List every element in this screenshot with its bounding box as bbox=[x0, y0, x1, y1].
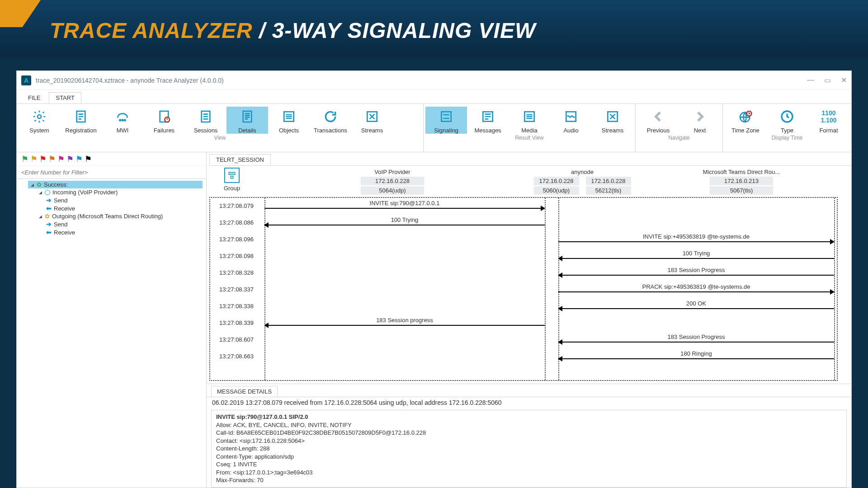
document-warn-icon bbox=[156, 108, 172, 125]
allow-line: Allow: ACK, BYE, CANCEL, INFO, INVITE, N… bbox=[216, 421, 842, 429]
signal-arrow bbox=[264, 208, 545, 209]
group-label: Group bbox=[224, 185, 240, 192]
message-body[interactable]: INVITE sip:790@127.0.0.1 SIP/2.0 Allow: … bbox=[211, 410, 847, 488]
flag-icon[interactable]: ⚑ bbox=[48, 155, 56, 163]
ribbon-streams-view[interactable]: Streams bbox=[351, 107, 393, 134]
signal-row[interactable]: 13:27:08.079INVITE sip:790@127.0.0.1 bbox=[210, 198, 837, 215]
svg-point-6 bbox=[165, 117, 170, 122]
ribbon-signaling[interactable]: Signaling bbox=[425, 107, 467, 134]
menubar: FILE START bbox=[17, 90, 851, 103]
tree-outgoing[interactable]: ◢✿Outgoing (Microsoft Teams Direct Routi… bbox=[36, 212, 203, 220]
titlebar: A trace_20190206142704.xztrace - anynode… bbox=[17, 71, 851, 90]
col-voip-title: VoIP Provider bbox=[255, 168, 530, 176]
signal-row[interactable]: 13:27:08.663180 Ringing bbox=[210, 348, 837, 366]
signal-arrow bbox=[264, 225, 545, 225]
tree-send[interactable]: ➔Send bbox=[44, 196, 203, 204]
signal-time: 13:27:08.663 bbox=[219, 353, 254, 360]
group-display-caption: Display Time bbox=[725, 134, 849, 141]
callid-line: Call-Id: B6A8E65CEB01D4BE0F92C38DBE7B051… bbox=[216, 429, 842, 437]
session-tab[interactable]: TELRT_SESSION bbox=[209, 154, 271, 165]
col-teams-port: 5067(tls) bbox=[710, 186, 773, 195]
ribbon-previous[interactable]: Previous bbox=[637, 107, 679, 134]
ribbon-next[interactable]: Next bbox=[679, 107, 721, 134]
col-teams-title: Microsoft Teams Direct Rou... bbox=[634, 168, 849, 176]
signal-label: 100 Trying bbox=[558, 250, 834, 257]
flag-icon[interactable]: ⚑ bbox=[57, 155, 65, 163]
arrow-left-icon: ⬅ bbox=[46, 205, 52, 212]
gear-icon bbox=[31, 108, 47, 125]
tree-send2[interactable]: ➔Send bbox=[44, 220, 203, 228]
menu-start[interactable]: START bbox=[49, 92, 81, 103]
svg-point-2 bbox=[122, 120, 123, 121]
signal-row[interactable]: 13:27:08.338200 OK bbox=[210, 298, 837, 315]
document-icon bbox=[73, 108, 89, 125]
svg-point-0 bbox=[38, 115, 41, 118]
flag-icon[interactable]: ⚑ bbox=[85, 155, 92, 163]
ribbon-sessions[interactable]: Sessions bbox=[185, 107, 226, 134]
signal-time: 13:27:08.338 bbox=[219, 303, 254, 310]
tree-receive[interactable]: ⬅Receive bbox=[44, 204, 203, 212]
cseq-line: Cseq: 1 INVITE bbox=[216, 460, 842, 469]
filter-input[interactable] bbox=[17, 166, 206, 179]
signal-row[interactable]: 13:27:08.607183 Session Progress bbox=[210, 332, 837, 349]
ribbon-audio[interactable]: Audio bbox=[550, 107, 592, 134]
signaling-body[interactable]: 13:27:08.079INVITE sip:790@127.0.0.113:2… bbox=[209, 197, 838, 381]
ribbon-format[interactable]: 11001.100Format bbox=[808, 107, 849, 134]
ribbon-type[interactable]: Type bbox=[766, 107, 808, 134]
col-voip-ip: 172.16.0.228 bbox=[361, 177, 424, 185]
ribbon-messages[interactable]: Messages bbox=[467, 107, 509, 134]
flag-icon[interactable]: ⚑ bbox=[21, 155, 28, 163]
signal-row[interactable]: 13:27:08.339183 Session progress bbox=[210, 315, 837, 332]
ribbon-registration[interactable]: Registration bbox=[60, 107, 102, 134]
ribbon-timezone[interactable]: Time Zone bbox=[725, 107, 766, 134]
signaling-header: Group VoIP Provider 172.16.0.228 5064(ud… bbox=[207, 166, 851, 195]
col-anynode-title: anynode bbox=[530, 168, 634, 176]
tree-incoming[interactable]: ◢Incoming (VoIP Provider) bbox=[36, 188, 203, 196]
maximize-button[interactable]: ▭ bbox=[824, 76, 831, 84]
minimize-button[interactable]: — bbox=[807, 76, 814, 84]
signal-row[interactable]: 13:27:08.337PRACK sip:+495363819 @te-sys… bbox=[210, 282, 837, 299]
ribbon-failures[interactable]: Failures bbox=[143, 107, 185, 134]
menu-file[interactable]: FILE bbox=[21, 92, 47, 103]
ribbon-objects[interactable]: Objects bbox=[268, 107, 310, 134]
tree-root-success[interactable]: ◢✿Success: bbox=[28, 181, 203, 188]
signal-arrow bbox=[558, 241, 834, 242]
ribbon-transactions[interactable]: Transactions bbox=[310, 107, 351, 134]
signal-row[interactable]: 13:27:08.328183 Session Progress bbox=[210, 265, 837, 282]
signal-time: 13:27:08.098 bbox=[219, 253, 254, 259]
svg-point-3 bbox=[119, 120, 121, 121]
signal-row[interactable]: 13:27:08.098100 Trying bbox=[210, 248, 837, 265]
signal-arrow bbox=[558, 291, 834, 292]
ribbon-system[interactable]: System bbox=[19, 107, 60, 134]
signal-row[interactable]: 13:27:08.086100 Trying bbox=[210, 215, 837, 232]
close-button[interactable]: ✕ bbox=[841, 76, 847, 84]
message-details-tab[interactable]: MESSAGE DETAILS bbox=[211, 386, 278, 397]
tree-receive2[interactable]: ⬅Receive bbox=[44, 228, 203, 236]
svg-rect-19 bbox=[229, 172, 231, 174]
flag-icon[interactable]: ⚑ bbox=[39, 155, 47, 163]
wave-icon bbox=[563, 108, 579, 125]
slide-title-sep: / bbox=[253, 19, 272, 42]
from-line: From: <sip:127.0.0.1>;tag=3e694c03 bbox=[216, 469, 842, 477]
group-icon[interactable] bbox=[224, 168, 240, 183]
signal-label: PRACK sip:+495363819 @te-systems.de bbox=[558, 283, 834, 290]
document-detail-icon bbox=[239, 108, 255, 125]
col-anynode-port2: 56212(tls) bbox=[586, 186, 631, 195]
chevron-left-icon bbox=[650, 108, 666, 125]
ribbon-streams-result[interactable]: Streams bbox=[592, 107, 633, 134]
ribbon-details[interactable]: Details bbox=[226, 107, 268, 134]
signal-time: 13:27:08.096 bbox=[219, 236, 254, 243]
ribbon-media[interactable]: Media bbox=[509, 107, 550, 134]
flag-icon[interactable]: ⚑ bbox=[30, 155, 38, 163]
signal-row[interactable]: 13:27:08.096INVITE sip:+495363819 @te-sy… bbox=[210, 231, 837, 249]
media-icon bbox=[521, 108, 538, 125]
col-voip-port: 5064(udp) bbox=[361, 186, 424, 195]
signal-arrow bbox=[558, 308, 834, 309]
outgoing-icon: ✿ bbox=[45, 213, 50, 220]
session-tree[interactable]: ◢✿Success: ◢Incoming (VoIP Provider) ➔Se… bbox=[17, 179, 206, 238]
flag-icon[interactable]: ⚑ bbox=[66, 155, 74, 163]
ribbon-mwi[interactable]: MWI bbox=[102, 107, 143, 134]
check-icon bbox=[45, 190, 50, 195]
svg-rect-20 bbox=[233, 172, 235, 174]
flag-icon[interactable]: ⚑ bbox=[75, 155, 83, 163]
